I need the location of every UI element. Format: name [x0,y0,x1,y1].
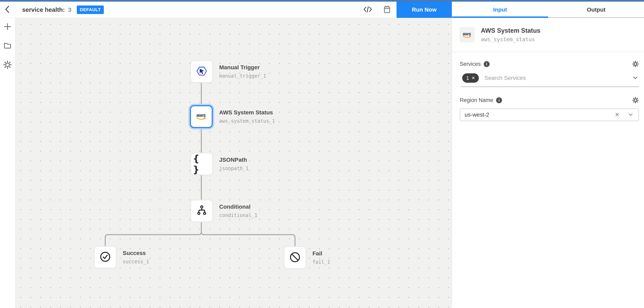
svg-text:aws: aws [196,112,206,118]
check-circle-icon [99,250,112,264]
info-icon[interactable]: i [484,61,490,67]
node-title: Conditional [219,204,258,210]
services-count-chip[interactable]: 1 ✕ [462,73,479,83]
chevron-down-icon[interactable] [627,111,634,119]
code-icon [363,5,372,14]
region-label: Region Name [460,97,493,104]
services-underline [461,86,639,87]
node-label-fail: Fail fail_1 [312,246,330,269]
node-title: Fail [312,250,330,257]
info-icon[interactable]: i [496,97,502,103]
workflow-title-group: service health: 3 DEFAULT [22,2,104,18]
node-subtitle: success_1 [123,259,149,264]
services-field-head: Services i [460,60,639,68]
clear-icon[interactable]: ✕ [615,112,620,118]
node-subtitle: manual_trigger_1 [219,73,266,79]
gear-icon [3,60,12,70]
region-input[interactable] [464,112,615,118]
folder-button[interactable] [3,42,12,51]
back-button[interactable] [0,2,15,18]
node-manual-trigger[interactable] [190,60,213,83]
workflow-canvas[interactable]: Manual Trigger manual_trigger_1 aws AWS … [15,18,452,308]
config-panel: Input Output aws AWS System Status aws_s… [452,2,644,308]
code-view-button[interactable] [358,2,378,18]
no-sign-icon [289,251,301,264]
services-field: Services i [460,60,639,87]
services-search-input[interactable] [484,75,632,81]
node-label-aws-system-status: AWS System Status aws_system_status_1 [219,105,275,128]
node-title: AWS System Status [219,109,275,116]
workflow-settings-button[interactable] [3,60,12,70]
aws-logo-icon: aws [461,30,473,39]
node-title: JSONPath [219,157,249,163]
node-success[interactable] [94,246,116,268]
node-conditional[interactable] [190,200,213,222]
region-select[interactable]: ✕ [460,108,639,121]
schedule-button[interactable] [378,2,396,18]
run-now-button[interactable]: Run Now [396,2,452,18]
svg-text:aws: aws [462,31,471,36]
panel-body: Services i [452,52,644,121]
node-subtitle: aws_system_status_1 [219,118,275,124]
node-subtitle: jsonpath_1 [219,166,249,171]
left-sidebar [0,18,15,308]
calendar-icon [382,5,392,15]
region-field-head: Region Name i [460,97,639,104]
panel-subtitle: aws_system_status [481,36,540,42]
panel-header-text: AWS System Status aws_system_status [481,27,540,42]
gear-icon [632,60,639,68]
workflow-count: 3 [68,6,72,13]
manual-trigger-icon [195,64,208,78]
node-label-conditional: Conditional conditional_1 [219,200,258,222]
services-settings-button[interactable] [632,60,639,68]
branch-icon [196,204,208,218]
node-label-success: Success success_1 [123,246,149,268]
node-subtitle: conditional_1 [219,212,258,218]
node-title: Manual Trigger [219,64,266,71]
node-label-jsonpath: JSONPath jsonpath_1 [219,152,249,175]
app-screen: service health: 3 DEFAULT [0,0,644,308]
gear-icon [632,97,639,104]
folder-icon [3,41,12,51]
panel-header: aws AWS System Status aws_system_status [452,18,644,52]
region-settings-button[interactable] [632,97,639,104]
window-top-strip [0,0,644,2]
plus-icon [3,22,12,32]
node-fail[interactable] [284,246,306,269]
node-title: Success [123,250,149,256]
region-field: Region Name i [460,97,639,121]
chip-count: 1 [466,75,469,81]
panel-title: AWS System Status [481,27,540,34]
panel-tabs: Input Output [452,2,644,18]
chevron-down-icon[interactable] [632,74,639,82]
add-node-button[interactable] [3,22,12,32]
node-jsonpath[interactable]: { } [190,152,213,175]
curly-braces-icon: { } [191,153,212,175]
node-aws-system-status[interactable]: aws [190,105,213,128]
tab-input[interactable]: Input [452,2,548,18]
default-badge: DEFAULT [77,6,104,14]
chip-remove-icon[interactable]: ✕ [472,76,475,80]
chevron-left-icon [4,4,12,15]
tab-output[interactable]: Output [548,2,644,18]
workflow-title: service health: [22,6,65,13]
aws-logo-icon: aws [194,111,208,122]
aws-logo-tile: aws [459,27,475,42]
services-label: Services [460,61,481,67]
node-label-manual-trigger: Manual Trigger manual_trigger_1 [219,60,266,83]
node-subtitle: fail_1 [312,259,330,265]
services-select[interactable]: 1 ✕ [460,73,639,83]
topbar: service health: 3 DEFAULT [0,2,452,18]
